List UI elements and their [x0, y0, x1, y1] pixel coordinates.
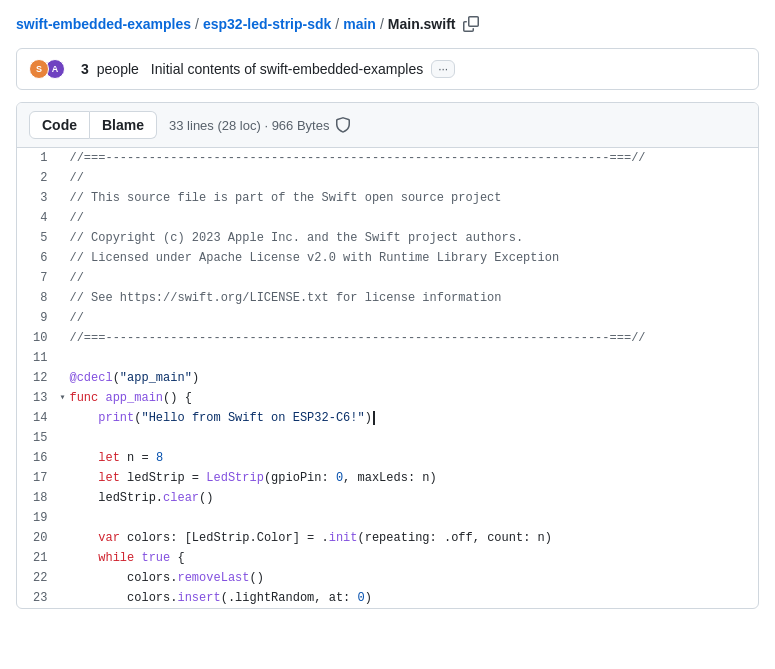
avatar-1: S [29, 59, 49, 79]
tab-code[interactable]: Code [29, 111, 90, 139]
line-code: let n = 8 [65, 448, 758, 468]
line-number[interactable]: 22 [17, 568, 59, 588]
table-row: 23 colors.insert(.lightRandom, at: 0) [17, 588, 758, 608]
table-row: 17 let ledStrip = LedStrip(gpioPin: 0, m… [17, 468, 758, 488]
line-code: // See https://swift.org/LICENSE.txt for… [65, 288, 758, 308]
table-row: 12 @cdecl("app_main") [17, 368, 758, 388]
line-code: print("Hello from Swift on ESP32-C6!") [65, 408, 758, 428]
breadcrumb-sep2: / [335, 16, 339, 32]
line-number[interactable]: 20 [17, 528, 59, 548]
tab-blame[interactable]: Blame [90, 111, 157, 139]
table-row: 22 colors.removeLast() [17, 568, 758, 588]
line-number[interactable]: 23 [17, 588, 59, 608]
security-icon[interactable] [335, 117, 351, 133]
table-row: 2 // [17, 168, 758, 188]
line-number[interactable]: 18 [17, 488, 59, 508]
table-row: 10 //===--------------------------------… [17, 328, 758, 348]
table-row: 9 // [17, 308, 758, 328]
breadcrumb-file: Main.swift [388, 16, 456, 32]
line-number[interactable]: 11 [17, 348, 59, 368]
line-number[interactable]: 14 [17, 408, 59, 428]
table-row: 11 [17, 348, 758, 368]
table-row: 1 //===---------------------------------… [17, 148, 758, 168]
table-row: 13 ▾ func app_main() { [17, 388, 758, 408]
table-row: 6 // Licensed under Apache License v2.0 … [17, 248, 758, 268]
line-code: @cdecl("app_main") [65, 368, 758, 388]
line-code: // [65, 168, 758, 188]
table-row: 16 let n = 8 [17, 448, 758, 468]
line-number[interactable]: 16 [17, 448, 59, 468]
file-lines-info: 33 lines (28 loc) · 966 Bytes [169, 118, 329, 133]
people-count: 3 [81, 61, 89, 77]
line-code [65, 508, 758, 528]
line-code: // [65, 268, 758, 288]
line-number[interactable]: 21 [17, 548, 59, 568]
table-row: 5 // Copyright (c) 2023 Apple Inc. and t… [17, 228, 758, 248]
line-number[interactable]: 5 [17, 228, 59, 248]
line-code: //===-----------------------------------… [65, 328, 758, 348]
breadcrumb-sdk[interactable]: esp32-led-strip-sdk [203, 16, 331, 32]
table-row: 18 ledStrip.clear() [17, 488, 758, 508]
line-number[interactable]: 4 [17, 208, 59, 228]
table-row: 15 [17, 428, 758, 448]
table-row: 14 print("Hello from Swift on ESP32-C6!"… [17, 408, 758, 428]
page: swift-embedded-examples / esp32-led-stri… [0, 0, 775, 669]
line-code: // This source file is part of the Swift… [65, 188, 758, 208]
line-number[interactable]: 7 [17, 268, 59, 288]
commit-message: Initial contents of swift-embedded-examp… [151, 61, 423, 77]
line-number[interactable]: 15 [17, 428, 59, 448]
line-code: // Licensed under Apache License v2.0 wi… [65, 248, 758, 268]
commit-hash[interactable]: ··· [431, 60, 455, 78]
file-header: Code Blame 33 lines (28 loc) · 966 Bytes [17, 103, 758, 148]
line-code: var colors: [LedStrip.Color] = .init(rep… [65, 528, 758, 548]
line-code: func app_main() { [65, 388, 758, 408]
line-number[interactable]: 3 [17, 188, 59, 208]
code-table: 1 //===---------------------------------… [17, 148, 758, 608]
table-row: 3 // This source file is part of the Swi… [17, 188, 758, 208]
contributor-avatars: S A [29, 59, 61, 79]
line-code: // [65, 308, 758, 328]
line-number[interactable]: 1 [17, 148, 59, 168]
people-label: people [97, 61, 139, 77]
line-number[interactable]: 9 [17, 308, 59, 328]
line-number[interactable]: 17 [17, 468, 59, 488]
line-code [65, 348, 758, 368]
copy-path-icon[interactable] [463, 16, 479, 32]
breadcrumb-sep3: / [380, 16, 384, 32]
line-number[interactable]: 8 [17, 288, 59, 308]
file-meta: 33 lines (28 loc) · 966 Bytes [169, 117, 351, 133]
line-number[interactable]: 19 [17, 508, 59, 528]
breadcrumb: swift-embedded-examples / esp32-led-stri… [16, 16, 759, 32]
line-code: ledStrip.clear() [65, 488, 758, 508]
line-number[interactable]: 12 [17, 368, 59, 388]
table-row: 20 var colors: [LedStrip.Color] = .init(… [17, 528, 758, 548]
table-row: 7 // [17, 268, 758, 288]
line-fold[interactable]: ▾ [59, 388, 65, 408]
table-row: 4 // [17, 208, 758, 228]
line-number[interactable]: 2 [17, 168, 59, 188]
line-code: //===-----------------------------------… [65, 148, 758, 168]
breadcrumb-branch[interactable]: main [343, 16, 376, 32]
line-number[interactable]: 6 [17, 248, 59, 268]
line-code: colors.insert(.lightRandom, at: 0) [65, 588, 758, 608]
line-code: colors.removeLast() [65, 568, 758, 588]
line-code: while true { [65, 548, 758, 568]
commit-bar: S A 3 people Initial contents of swift-e… [16, 48, 759, 90]
line-code: // Copyright (c) 2023 Apple Inc. and the… [65, 228, 758, 248]
table-row: 21 while true { [17, 548, 758, 568]
breadcrumb-repo[interactable]: swift-embedded-examples [16, 16, 191, 32]
line-code: // [65, 208, 758, 228]
file-container: Code Blame 33 lines (28 loc) · 966 Bytes… [16, 102, 759, 609]
table-row: 19 [17, 508, 758, 528]
line-number[interactable]: 13 [17, 388, 59, 408]
line-code [65, 428, 758, 448]
line-number[interactable]: 10 [17, 328, 59, 348]
line-code: let ledStrip = LedStrip(gpioPin: 0, maxL… [65, 468, 758, 488]
table-row: 8 // See https://swift.org/LICENSE.txt f… [17, 288, 758, 308]
breadcrumb-sep1: / [195, 16, 199, 32]
